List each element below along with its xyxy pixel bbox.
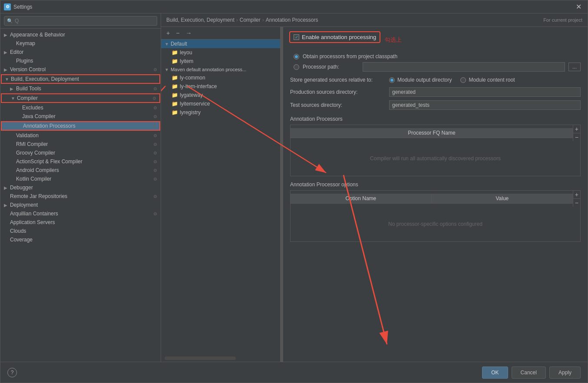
sidebar-item-label: Excludes [22, 105, 152, 111]
sidebar-item-compiler[interactable]: ▼ Compiler ⚙ [1, 94, 160, 102]
sidebar-item-remote-jar[interactable]: Remote Jar Repositories ⚙ [0, 192, 161, 201]
apply-button[interactable]: Apply [549, 366, 581, 379]
ok-button[interactable]: OK [482, 366, 508, 379]
remove-option-button[interactable]: − [573, 199, 580, 207]
annotation-processors-section-header: Annotation Processors [290, 116, 581, 122]
radio-icon [389, 77, 395, 83]
sidebar-item-java-compiler[interactable]: Java Compiler ⚙ [0, 112, 161, 121]
add-option-button[interactable]: + [573, 191, 580, 199]
folder-icon: 📁 [172, 50, 178, 56]
arrow-icon: ▶ [4, 203, 10, 208]
search-icon: 🔍 [7, 18, 13, 24]
arrow-icon: ▼ [5, 77, 11, 82]
radio-module-content[interactable]: Module content root [460, 77, 515, 83]
sidebar-item-app-servers[interactable]: Application Servers [0, 218, 161, 227]
sidebar-item-keymap[interactable]: Keymap [0, 39, 161, 48]
sidebar-item-appearance[interactable]: ▶ Appearance & Behavior [0, 30, 161, 39]
gear-icon: ⚙ [153, 86, 157, 91]
bottom-bar: ? OK Cancel Apply [0, 362, 588, 383]
sidebar-item-debugger[interactable]: ▶ Debugger [0, 183, 161, 192]
option-name-header: Option Name [291, 194, 432, 204]
processors-empty-message: Compiler will run all automatically disc… [291, 141, 580, 176]
remove-config-button[interactable]: − [174, 29, 181, 37]
file-entry-lyregistry[interactable]: 📁 lyregistry [161, 108, 280, 117]
remove-processor-button[interactable]: − [573, 133, 580, 141]
sidebar-item-clouds[interactable]: Clouds [0, 227, 161, 235]
gear-icon: ⚙ [153, 211, 157, 216]
file-entry-label: ly-item-interface [180, 83, 217, 89]
sidebar-item-annotation-processors[interactable]: Annotation Processors ⚙ [1, 122, 160, 130]
chinese-annotation: 勾选上 [385, 36, 402, 44]
options-empty-message: No processor-specific options configured [291, 207, 580, 241]
right-panel: Build, Execution, Deployment › Compiler … [161, 13, 588, 362]
gear-icon: ⚙ [152, 124, 156, 129]
file-entry-default[interactable]: ▼ Default [161, 40, 280, 48]
file-entry-lyitem[interactable]: 📁 lyitem [161, 57, 280, 66]
file-entry-lygateway[interactable]: 📁 lygateway [161, 91, 280, 99]
gear-icon: ⚙ [153, 67, 157, 72]
sidebar-item-label: Groovy Compiler [16, 150, 152, 156]
gear-icon: ⚙ [153, 168, 157, 173]
navigate-button[interactable]: → [184, 29, 193, 37]
arrow-icon: ▶ [4, 67, 10, 72]
gear-icon: ⚙ [153, 151, 157, 155]
file-entry-leyou[interactable]: 📁 leyou [161, 48, 280, 57]
sidebar-item-actionscript[interactable]: ActionScript & Flex Compiler ⚙ [0, 157, 161, 166]
sidebar-item-kotlin-compiler[interactable]: Kotlin Compiler ⚙ [0, 175, 161, 183]
sidebar-item-label: Arquillian Containers [10, 211, 152, 217]
gear-icon: ⚙ [153, 114, 157, 119]
sidebar-item-validation[interactable]: Validation ⚙ [0, 131, 161, 140]
radio-obtain-from-classpath[interactable]: Obtain processors from project classpath [294, 53, 581, 59]
sidebar-item-excludes[interactable]: Excludes ⚙ [0, 103, 161, 112]
cancel-button[interactable]: Cancel [512, 366, 546, 379]
sidebar-item-arquillian[interactable]: Arquillian Containers ⚙ [0, 209, 161, 218]
enable-annotation-label: Enable annotation processing [302, 34, 376, 40]
sidebar-item-build-execution[interactable]: ▼ Build, Execution, Deployment [1, 75, 160, 83]
panels-row: + − → ▼ Default 📁 leyou 📁 [161, 27, 588, 362]
radio-module-output[interactable]: Module output directory [389, 77, 452, 83]
radio-label: Obtain processors from project classpath [303, 53, 397, 59]
production-sources-row: Production sources directory: [290, 87, 581, 97]
file-entry-ly-item-interface[interactable]: 📁 ly-item-interface [161, 82, 280, 91]
test-sources-input[interactable] [389, 100, 581, 110]
sidebar: 🔍 ▶ Appearance & Behavior Keymap ▶ [0, 13, 161, 362]
sidebar-item-editor[interactable]: ▶ Editor [0, 48, 161, 56]
add-processor-button[interactable]: + [573, 125, 580, 133]
processor-path-input[interactable] [363, 62, 565, 72]
sidebar-item-rmi-compiler[interactable]: RMI Compiler ⚙ [0, 140, 161, 149]
sidebar-item-android-compilers[interactable]: Android Compilers ⚙ [0, 166, 161, 175]
store-sources-label: Store generated sources relative to: [290, 77, 386, 83]
radio-processor-path[interactable]: Processor path: ... [294, 62, 581, 72]
close-button[interactable]: ✕ [573, 2, 584, 12]
test-sources-row: Test sources directory: [290, 100, 581, 110]
sidebar-item-groovy-compiler[interactable]: Groovy Compiler ⚙ [0, 149, 161, 157]
add-config-button[interactable]: + [165, 29, 172, 37]
help-button[interactable]: ? [7, 368, 17, 377]
annotation-options-table: Option Name Value + − No processor-speci… [290, 190, 581, 242]
sidebar-item-label: Keymap [16, 40, 157, 46]
sidebar-item-build-tools[interactable]: ▶ Build Tools ⚙ [0, 84, 161, 93]
sidebar-item-version-control[interactable]: ▶ Version Control ⚙ [0, 65, 161, 74]
gear-icon: ⚙ [153, 194, 157, 199]
window-title: Settings [13, 4, 573, 10]
sidebar-item-plugins[interactable]: Plugins [0, 56, 161, 65]
enable-annotation-checkbox[interactable]: ✓ [294, 34, 299, 40]
search-bar: 🔍 [0, 13, 161, 29]
sidebar-item-label: Clouds [10, 228, 157, 234]
app-icon: ⚙ [4, 3, 11, 10]
breadcrumb-sep1: › [236, 17, 238, 23]
file-entry-lyitemservice[interactable]: 📁 lyitemservice [161, 99, 280, 108]
sidebar-item-coverage[interactable]: Coverage [0, 235, 161, 244]
file-entry-ly-common[interactable]: 📁 ly-common [161, 73, 280, 82]
arrow-icon: ▶ [4, 185, 10, 190]
radio-icon [460, 77, 466, 83]
browse-button[interactable]: ... [568, 63, 581, 71]
search-input[interactable] [15, 18, 154, 24]
value-header: Value [432, 194, 573, 204]
file-entry-maven-default[interactable]: ▼ Maven default annotation process... [161, 66, 280, 73]
production-sources-input[interactable] [389, 87, 581, 97]
folder-icon: 📁 [172, 92, 178, 98]
sidebar-item-deployment[interactable]: ▶ Deployment [0, 201, 161, 209]
radio-label: Processor path: [303, 64, 359, 70]
main-content: 🔍 ▶ Appearance & Behavior Keymap ▶ [0, 13, 588, 362]
